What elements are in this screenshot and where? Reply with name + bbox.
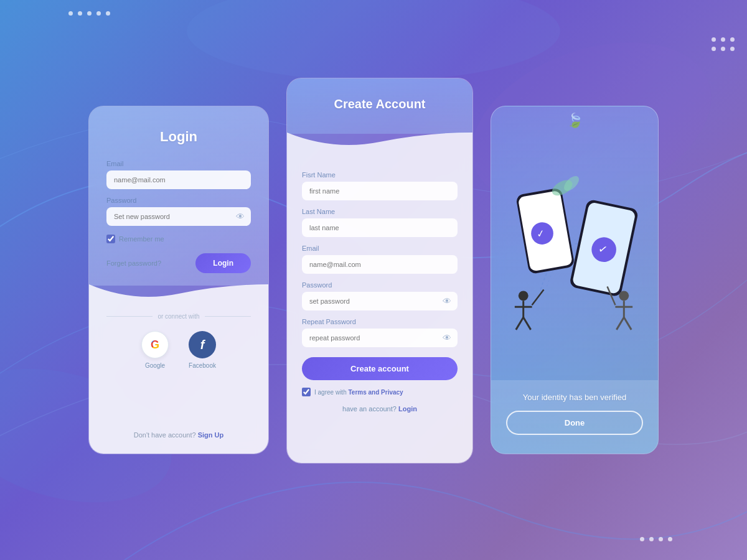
create-account-title: Create Account: [302, 97, 458, 111]
phones-illustration: ✓ ✓: [504, 166, 646, 334]
dot-3: [87, 11, 92, 16]
create-email-label: Email: [302, 245, 458, 252]
verified-illustration: 🍃 ✓ ✓: [491, 106, 658, 380]
forget-password-link[interactable]: Forget password?: [106, 259, 161, 267]
dot-tr-5: [721, 47, 725, 51]
dot-tr-1: [712, 37, 716, 42]
svg-line-16: [532, 289, 544, 305]
terms-link[interactable]: Terms and Privacy: [348, 389, 403, 396]
create-card-bottom: Fisrt Name Last Name Email Password 👁 Re…: [287, 151, 472, 463]
dots-bottom-right: [640, 537, 672, 541]
dot-2: [78, 11, 82, 16]
login-actions: Forget password? Login: [106, 253, 251, 273]
remember-checkbox[interactable]: [106, 235, 115, 243]
create-password-input[interactable]: [302, 292, 458, 310]
svg-line-20: [616, 317, 624, 330]
done-button[interactable]: Done: [506, 411, 643, 435]
or-connect: or connect with: [106, 313, 251, 320]
verified-text: Your identity has ben verified: [523, 393, 626, 402]
wave-divider: [89, 284, 268, 303]
svg-point-17: [619, 291, 629, 301]
create-password-wrapper: 👁: [302, 292, 458, 310]
google-icon: G: [151, 338, 159, 352]
dot-br-1: [640, 537, 644, 541]
login-card: Login Email Password 👁 Remember me Forge…: [88, 106, 269, 454]
leaf-icon: 🍃: [566, 113, 583, 129]
have-account-login-link[interactable]: Login: [398, 405, 417, 413]
cards-container: Login Email Password 👁 Remember me Forge…: [88, 96, 659, 464]
dot-tr-3: [730, 37, 735, 42]
verified-card-bottom: Your identity has ben verified Done: [491, 380, 658, 454]
login-title: Login: [106, 129, 251, 145]
or-line-right: [205, 316, 251, 317]
remember-row: Remember me: [106, 235, 251, 243]
facebook-icon: f: [200, 338, 205, 352]
terms-text: I agree with Terms and Privacy: [314, 389, 403, 396]
first-name-input[interactable]: [302, 182, 458, 200]
facebook-icon-circle: f: [189, 331, 216, 358]
dot-tr-2: [721, 37, 725, 42]
password-input[interactable]: [106, 207, 251, 226]
email-label: Email: [106, 160, 251, 167]
repeat-password-wrapper: 👁: [302, 329, 458, 347]
have-account-row: have an account? Login: [302, 405, 458, 413]
or-text: or connect with: [157, 313, 199, 320]
dot-4: [96, 11, 101, 16]
no-account-text: Don't have account?: [134, 431, 196, 439]
repeat-eye-icon[interactable]: 👁: [443, 333, 451, 343]
google-icon-circle: G: [141, 331, 169, 358]
dot-5: [106, 11, 110, 16]
first-name-label: Fisrt Name: [302, 171, 458, 179]
dot-tr-4: [712, 47, 716, 51]
or-line-left: [106, 316, 153, 317]
create-account-card: Create Account Fisrt Name Last Name Emai…: [286, 78, 473, 464]
create-password-label: Password: [302, 281, 458, 289]
create-account-button[interactable]: Create account: [302, 357, 458, 380]
password-label: Password: [106, 197, 251, 204]
last-name-input[interactable]: [302, 218, 458, 237]
facebook-social-item[interactable]: f Facebook: [189, 331, 216, 369]
dots-top-right: [712, 37, 735, 51]
signup-row: Don't have account? Sign Up: [134, 431, 224, 439]
social-icons: G Google f Facebook: [141, 331, 216, 369]
repeat-password-input[interactable]: [302, 329, 458, 347]
last-name-label: Last Name: [302, 208, 458, 215]
dot-1: [68, 11, 73, 16]
remember-label: Remember me: [119, 235, 164, 243]
password-wrapper: 👁: [106, 207, 251, 226]
eye-icon[interactable]: 👁: [236, 212, 245, 222]
create-email-input[interactable]: [302, 255, 458, 274]
google-social-item[interactable]: G Google: [141, 331, 169, 369]
dot-br-3: [659, 537, 663, 541]
have-account-text: have an account?: [342, 405, 397, 413]
email-input[interactable]: [106, 170, 251, 189]
dot-br-4: [668, 537, 672, 541]
svg-line-15: [524, 317, 531, 330]
svg-line-14: [516, 317, 524, 330]
svg-point-11: [519, 291, 529, 301]
signup-link[interactable]: Sign Up: [198, 431, 224, 439]
login-card-top: Login Email Password 👁 Remember me Forge…: [89, 106, 268, 286]
google-label: Google: [145, 362, 165, 369]
dots-top-left: [68, 11, 110, 16]
terms-row: I agree with Terms and Privacy: [302, 388, 458, 396]
verified-card: 🍃 ✓ ✓: [491, 106, 659, 454]
facebook-label: Facebook: [189, 362, 216, 369]
dot-tr-6: [730, 47, 735, 51]
dot-br-2: [649, 537, 654, 541]
terms-checkbox[interactable]: [302, 388, 311, 396]
svg-line-21: [624, 317, 631, 330]
create-wave-divider: [287, 133, 472, 151]
create-eye-icon[interactable]: 👁: [443, 296, 451, 306]
create-card-top: Create Account: [287, 78, 472, 134]
repeat-password-label: Repeat Password: [302, 318, 458, 325]
login-button[interactable]: Login: [195, 253, 251, 273]
login-card-bottom: or connect with G Google f Facebook: [89, 303, 268, 454]
svg-point-2: [187, 0, 560, 81]
terms-agree-text: I agree with: [314, 389, 347, 396]
